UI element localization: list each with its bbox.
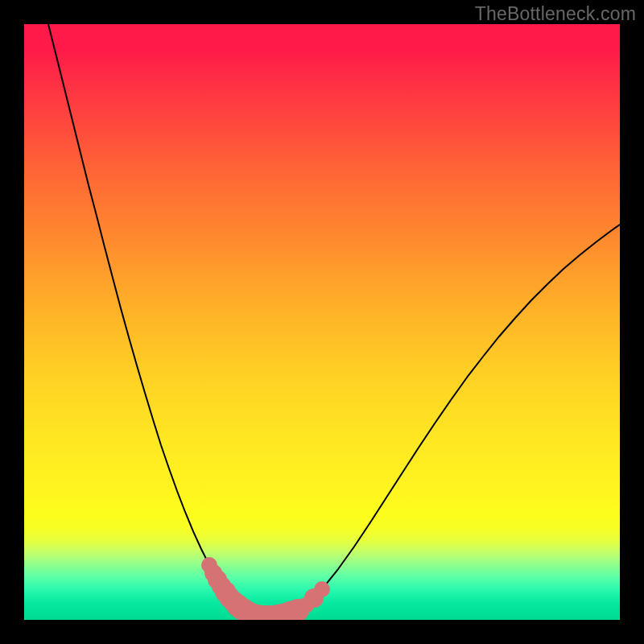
watermark-text: TheBottleneck.com [475,3,636,25]
marker-point [314,581,330,597]
curve-markers [201,557,330,620]
curve-right-arm [298,225,620,610]
curve-lines [48,24,620,611]
chart-svg [24,24,620,620]
plot-area [24,24,620,620]
curve-left-arm [48,24,246,611]
chart-frame: TheBottleneck.com [0,0,644,644]
